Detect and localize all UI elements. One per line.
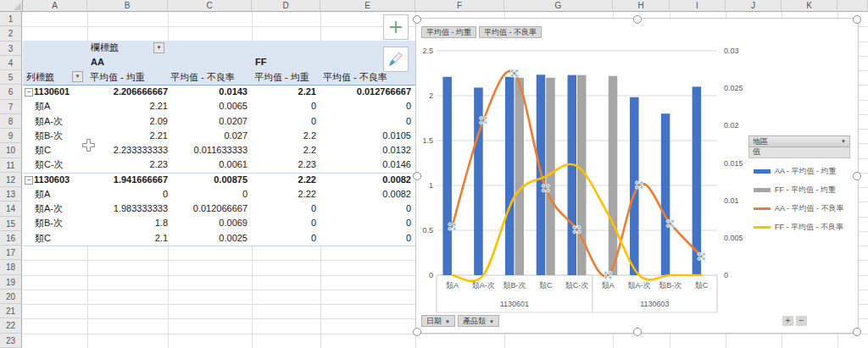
pivot-value-cell[interactable]: 2.2	[252, 129, 316, 143]
column-header-G[interactable]: G	[504, 0, 613, 12]
pivot-value-cell[interactable]: 0.0065	[168, 99, 248, 113]
row-header-19[interactable]: 19	[0, 275, 22, 290]
pivot-value-cell[interactable]: 0	[320, 114, 411, 129]
row-header-14[interactable]: 14	[0, 202, 22, 216]
chart-handle-mid-left[interactable]	[413, 172, 421, 180]
legend-entry[interactable]: FF - 平均值 - 均重	[754, 180, 850, 199]
row-header-23[interactable]: 23	[0, 334, 22, 348]
pivot-value-cell[interactable]: 0	[320, 216, 411, 230]
pivot-value-cell[interactable]: 2.09	[87, 114, 168, 129]
pivot-value-cell[interactable]: 2.22	[252, 173, 316, 187]
pivot-value-cell[interactable]: 0.0132	[320, 143, 411, 157]
row-header-5[interactable]: 5	[0, 70, 22, 85]
collapse-button[interactable]: −	[25, 176, 33, 185]
chart-zoom-in-button[interactable]: +	[782, 316, 793, 326]
chart-handle-mid-right[interactable]	[853, 172, 861, 180]
row-filter-dropdown[interactable]: ▼	[72, 71, 83, 82]
pivot-row-label[interactable]: 1130601	[34, 85, 70, 99]
pivot-value-cell[interactable]: 2.2	[252, 143, 316, 157]
chart-handle-bottom-center[interactable]	[633, 328, 642, 336]
pivot-row-label[interactable]: 類C	[35, 231, 51, 246]
pivot-value-cell[interactable]: 0	[168, 187, 248, 202]
pivot-value-cell[interactable]: 2.21	[87, 99, 168, 113]
column-header-E[interactable]: E	[320, 0, 415, 12]
row-header-18[interactable]: 18	[0, 260, 22, 274]
pivot-value-cell[interactable]: 0.0207	[168, 114, 248, 129]
pivot-value-cell[interactable]: 2.21	[87, 129, 168, 143]
pivot-row-label[interactable]: 類A	[35, 187, 50, 202]
pivot-value-cell[interactable]: 0	[252, 231, 316, 246]
pivot-value-cell[interactable]: 0.011633333	[168, 143, 248, 157]
pivot-value-cell[interactable]: 0.012066667	[168, 202, 248, 216]
pivot-value-cell[interactable]: 0	[252, 114, 316, 129]
pivot-row-label[interactable]: 類B-次	[35, 216, 63, 230]
row-header-17[interactable]: 17	[0, 246, 22, 260]
bar-AA - 平均值 - 均重[interactable]	[474, 87, 483, 275]
row-header-9[interactable]: 9	[0, 129, 22, 143]
bar-AA - 平均值 - 均重[interactable]	[568, 75, 577, 275]
pivot-value-cell[interactable]: 0.0146	[320, 157, 411, 172]
column-header-H[interactable]: H	[613, 0, 670, 12]
row-header-4[interactable]: 4	[0, 56, 22, 70]
pivot-value-cell[interactable]: 2.233333333	[87, 143, 168, 157]
pivot-value-cell[interactable]: 0	[252, 202, 316, 216]
pivot-row-label[interactable]: 1130603	[34, 173, 70, 187]
pivot-value-cell[interactable]: 0.0061	[168, 157, 248, 172]
legend-value-button[interactable]: 值	[748, 147, 850, 158]
pivot-row-label[interactable]: 類C	[35, 143, 51, 157]
pivot-value-cell[interactable]: 0	[252, 99, 316, 113]
row-header-11[interactable]: 11	[0, 158, 22, 173]
pivot-value-cell[interactable]: 2.21	[252, 85, 316, 99]
chart-handle-bottom-right[interactable]	[853, 328, 861, 336]
axis-field-button-product[interactable]: 產品類▼	[458, 315, 499, 327]
bar-FF - 平均值 - 均重[interactable]	[515, 78, 524, 275]
row-header-2[interactable]: 2	[0, 26, 22, 41]
column-header-C[interactable]: C	[168, 0, 252, 12]
legend-entry[interactable]: AA - 平均值 - 均重	[754, 162, 850, 180]
chart-elements-button[interactable]	[383, 14, 409, 40]
column-header-B[interactable]: B	[87, 0, 168, 12]
column-header-last[interactable]	[837, 0, 868, 12]
chart-zoom-out-button[interactable]: −	[796, 316, 807, 326]
chart-handle-bottom-left[interactable]	[413, 328, 421, 336]
row-header-16[interactable]: 16	[0, 231, 22, 246]
pivot-value-cell[interactable]: 0.00875	[168, 173, 248, 187]
axis-field-button-date[interactable]: 日期▼	[421, 315, 455, 327]
row-header-22[interactable]: 22	[0, 318, 22, 333]
pivot-value-cell[interactable]: 0.0105	[320, 129, 411, 143]
pivot-value-cell[interactable]: 2.23	[87, 157, 168, 172]
chart-handle-top-left[interactable]	[413, 15, 421, 24]
pivot-value-cell[interactable]: 0	[252, 216, 316, 230]
chart-handle-top-right[interactable]	[853, 15, 861, 24]
pivot-value-cell[interactable]: 0.0143	[168, 85, 248, 99]
pivot-value-cell[interactable]: 0.027	[168, 129, 248, 143]
column-header-K[interactable]: K	[782, 0, 837, 12]
row-header-10[interactable]: 10	[0, 143, 22, 157]
pivot-value-cell[interactable]: 2.206666667	[87, 85, 168, 99]
pivot-value-cell[interactable]: 2.23	[252, 157, 316, 172]
pivot-row-label[interactable]: 類B-次	[35, 129, 63, 143]
column-header-J[interactable]: J	[726, 0, 782, 12]
pivot-row-label[interactable]: 類A-次	[35, 202, 63, 216]
legend-entry[interactable]: FF - 平均值 - 不良率	[754, 218, 850, 236]
legend-field-button-region[interactable]: 地區 ▼	[748, 135, 850, 147]
row-header-21[interactable]: 21	[0, 304, 22, 318]
pivot-value-cell[interactable]: 1.983333333	[87, 202, 168, 216]
pivot-value-cell[interactable]: 2.1	[87, 231, 168, 246]
bar-FF - 平均值 - 均重[interactable]	[609, 76, 618, 275]
chart-handle-top-center[interactable]	[633, 15, 642, 24]
pivot-row-label[interactable]: 類A	[35, 99, 50, 113]
row-header-3[interactable]: 3	[0, 41, 22, 56]
row-header-15[interactable]: 15	[0, 217, 22, 231]
row-header-8[interactable]: 8	[0, 114, 22, 129]
row-header-6[interactable]: 6	[0, 85, 22, 99]
pivot-value-cell[interactable]: 0.0069	[168, 216, 248, 230]
pivot-value-cell[interactable]: 0.012766667	[320, 85, 411, 99]
pivot-value-cell[interactable]: 0.0025	[168, 231, 248, 246]
row-header-12[interactable]: 12	[0, 173, 22, 187]
row-header-20[interactable]: 20	[0, 290, 22, 304]
column-header-I[interactable]: I	[670, 0, 726, 12]
pivot-value-cell[interactable]: 1.941666667	[87, 173, 168, 187]
pivot-value-cell[interactable]: 0	[320, 231, 411, 246]
column-header-A[interactable]: A	[23, 0, 87, 12]
